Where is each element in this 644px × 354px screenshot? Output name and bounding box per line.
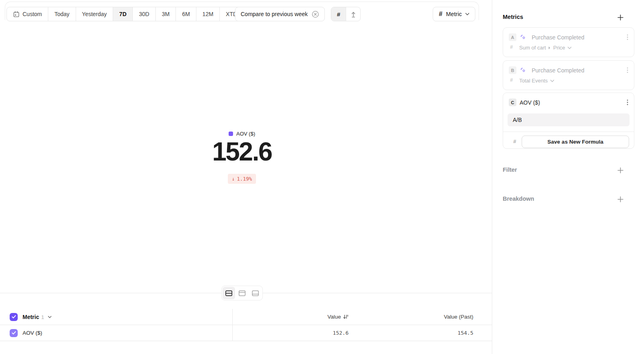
sort-descending-icon	[343, 314, 349, 319]
row-value-past: 154.5	[349, 330, 473, 336]
display-trend-toggle[interactable]	[346, 7, 360, 21]
hash-icon: #	[510, 77, 513, 83]
query-builder-sidebar: Metrics A Purchase Completed #	[492, 0, 644, 354]
metric-letter-badge: B	[509, 66, 516, 74]
date-range-today[interactable]: Today	[48, 7, 76, 21]
chevron-down-icon[interactable]	[48, 316, 52, 318]
compare-chip-label: Compare to previous week	[241, 11, 308, 17]
chart-bottom-view-icon	[252, 290, 259, 296]
aggregation-dropdown[interactable]: Sum of cart Price	[519, 45, 572, 51]
legend-swatch	[229, 132, 233, 136]
add-metric-plus-button[interactable]	[616, 13, 625, 22]
dismiss-compare-icon[interactable]	[312, 10, 319, 18]
table-column-divider	[232, 309, 233, 341]
display-number-toggle[interactable]: #	[331, 7, 346, 21]
kebab-menu-icon[interactable]	[627, 34, 628, 40]
table-header-row: Metric 1 Value Value (Past)	[0, 309, 492, 325]
formula-input[interactable]: A/B	[508, 113, 630, 126]
breakdown-section-title: Breakdown	[503, 196, 534, 202]
kebab-menu-icon[interactable]	[627, 67, 628, 73]
metric-card-c-formula[interactable]: C AOV ($) A/B # Save as New Formula	[503, 93, 634, 149]
kpi-legend: AOV ($)	[0, 131, 484, 137]
date-range-12m[interactable]: 12M	[196, 7, 220, 21]
card-divider	[503, 132, 634, 132]
metric-event-name[interactable]: Purchase Completed	[532, 34, 584, 41]
date-range-3m[interactable]: 3M	[156, 7, 176, 21]
hash-icon: #	[439, 10, 442, 18]
metric-column-header[interactable]: Metric 1	[23, 314, 44, 320]
date-range-label: Custom	[23, 11, 42, 17]
toolbar: Custom Today Yesterday 7D 30D 3M 6M 12M …	[0, 7, 492, 21]
arrow-up-from-line-icon	[350, 11, 357, 18]
split-view-icon	[225, 290, 233, 296]
metric-card-a[interactable]: A Purchase Completed # Sum of cart	[503, 27, 634, 57]
calendar-icon	[13, 11, 20, 18]
select-all-checkbox[interactable]	[10, 313, 18, 321]
chart-top-view-button[interactable]	[236, 287, 248, 299]
date-range-6m[interactable]: 6M	[176, 7, 196, 21]
metric-letter-badge: C	[509, 99, 516, 106]
aggregation-dropdown[interactable]: Total Events	[519, 78, 554, 84]
date-range-custom[interactable]: Custom	[7, 7, 48, 21]
chevron-down-icon	[465, 13, 469, 15]
compare-to-previous-week-chip[interactable]: Compare to previous week	[235, 7, 325, 21]
sparkle-icon	[520, 34, 526, 40]
add-metric-button[interactable]: # Metric	[433, 7, 475, 21]
date-range-7d[interactable]: 7D	[113, 7, 133, 21]
value-past-column-header[interactable]: Value (Past)	[349, 314, 473, 320]
kpi-delta-badge: ↓ 1.19%	[228, 174, 256, 184]
row-metric-name: AOV ($)	[23, 330, 42, 336]
value-column-header[interactable]: Value	[232, 314, 349, 320]
save-as-new-formula-button[interactable]: Save as New Formula	[522, 136, 629, 148]
metric-event-name[interactable]: Purchase Completed	[532, 67, 584, 74]
metrics-section-title: Metrics	[503, 14, 523, 20]
row-checkbox[interactable]	[10, 329, 18, 337]
add-breakdown-plus-button[interactable]	[616, 195, 625, 204]
hash-icon: #	[513, 138, 516, 144]
sparkle-icon	[520, 67, 526, 73]
date-range-yesterday[interactable]: Yesterday	[76, 7, 114, 21]
table-row[interactable]: AOV ($) 152.6 154.5	[0, 325, 492, 341]
report-canvas: Custom Today Yesterday 7D 30D 3M 6M 12M …	[0, 0, 492, 354]
metric-button-label: Metric	[446, 11, 462, 17]
chart-top-view-icon	[238, 290, 246, 296]
kebab-menu-icon[interactable]	[627, 99, 628, 105]
arrow-down-icon: ↓	[232, 176, 235, 182]
metric-card-b[interactable]: B Purchase Completed # Total Events	[503, 60, 634, 90]
layout-view-switcher	[221, 286, 263, 300]
insights-report-app: Custom Today Yesterday 7D 30D 3M 6M 12M …	[0, 0, 644, 354]
date-range-segmented-control: Custom Today Yesterday 7D 30D 3M 6M 12M …	[6, 7, 250, 21]
split-view-button[interactable]	[223, 287, 235, 299]
property-arrow-icon	[548, 46, 551, 49]
formula-metric-name[interactable]: AOV ($)	[520, 99, 540, 106]
chevron-down-icon	[550, 80, 554, 82]
chart-bottom-view-button[interactable]	[249, 287, 262, 299]
hash-icon: #	[510, 44, 513, 50]
metric-letter-badge: A	[509, 33, 516, 41]
date-range-30d[interactable]: 30D	[133, 7, 156, 21]
value-display-toggle: #	[331, 7, 361, 21]
chevron-down-icon	[568, 47, 572, 49]
filter-section-title: Filter	[503, 167, 517, 173]
legend-label: AOV ($)	[236, 131, 255, 137]
row-value: 152.6	[232, 330, 349, 336]
kpi-delta-value: 1.19%	[237, 176, 252, 182]
add-filter-plus-button[interactable]	[616, 166, 625, 175]
hash-icon: #	[337, 11, 340, 18]
kpi-value: 152.6	[0, 138, 484, 166]
